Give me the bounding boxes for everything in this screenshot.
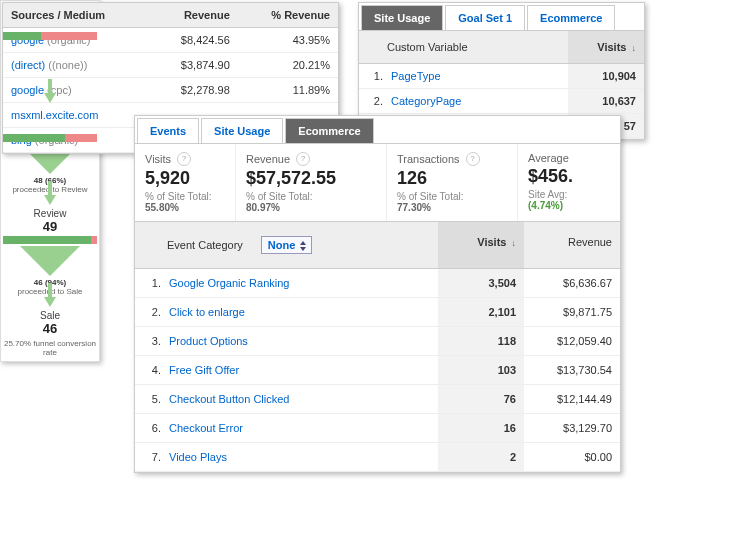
revenue-label: Revenue: [246, 153, 290, 165]
help-icon[interactable]: ?: [296, 152, 310, 166]
revenue-cell: $8,424.56: [151, 28, 238, 53]
tab-goal-set-1[interactable]: Goal Set 1: [445, 5, 525, 30]
visits-cell: 103: [438, 356, 524, 384]
visits-cell: 2,101: [438, 298, 524, 326]
pct-cell: 43.95%: [238, 28, 338, 53]
funnel-stage: Sale46: [1, 307, 99, 336]
avg-sub1: Site Avg:: [528, 189, 567, 200]
table-row: 5.Checkout Button Clicked76$12,144.49: [135, 385, 620, 414]
cvar-tabs: Site Usage Goal Set 1 Ecommerce: [359, 3, 644, 30]
table-row: (direct) ((none))$3,874.9020.21%: [3, 53, 338, 78]
trans-label: Transactions: [397, 153, 460, 165]
visits-sub1: % of Site Total:: [145, 191, 212, 202]
event-category-link[interactable]: Video Plays: [169, 451, 227, 463]
table-row: 4.Free Gift Offer103$13,730.54: [135, 356, 620, 385]
secondary-dimension-dropdown[interactable]: None: [261, 236, 313, 254]
col-pct-revenue[interactable]: % Revenue: [238, 3, 338, 28]
visits-cell: 118: [438, 327, 524, 355]
avg-label: Average: [528, 152, 569, 164]
visits-cell: 10,904: [568, 64, 644, 88]
revenue-cell: $6,636.67: [524, 269, 620, 297]
revenue-cell: $9,871.75: [524, 298, 620, 326]
revenue-cell: $12,144.49: [524, 385, 620, 413]
sources-header-row: Sources / Medium Revenue % Revenue: [3, 3, 338, 28]
avg-value: $456.: [528, 166, 610, 187]
ecom-tabs: Events Site Usage Ecommerce: [135, 116, 620, 143]
arrow-down-icon: [44, 195, 56, 205]
tab-site-usage[interactable]: Site Usage: [361, 5, 443, 30]
row-index: 5.: [135, 385, 165, 413]
event-category-header: Event Category None Visits ↓ Revenue: [135, 222, 620, 269]
custom-variable-link[interactable]: PageType: [391, 70, 441, 82]
row-index: 1.: [359, 64, 387, 88]
source-link[interactable]: msxml.excite.com: [11, 109, 98, 121]
col-visits[interactable]: Visits ↓: [568, 31, 644, 63]
tab-site-usage-2[interactable]: Site Usage: [201, 118, 283, 143]
visits-label: Visits: [145, 153, 171, 165]
col-custom-variable[interactable]: Custom Variable: [359, 31, 568, 63]
avg-sub2: (4.74%): [528, 200, 563, 211]
table-row: 1.Google Organic Ranking3,504$6,636.67: [135, 269, 620, 298]
table-row: 3.Product Options118$12,059.40: [135, 327, 620, 356]
help-icon[interactable]: ?: [466, 152, 480, 166]
summary-revenue: Revenue? $57,572.55 % of Site Total:80.9…: [236, 144, 387, 221]
stage-label: Sale: [1, 310, 99, 321]
pct-cell: 11.89%: [238, 78, 338, 103]
event-category-link[interactable]: Checkout Button Clicked: [169, 393, 289, 405]
col-revenue-2[interactable]: Revenue: [524, 222, 620, 268]
event-category-link[interactable]: Product Options: [169, 335, 248, 347]
table-row: 6.Checkout Error16$3,129.70: [135, 414, 620, 443]
visits-cell: 2: [438, 443, 524, 471]
revenue-cell: $3,129.70: [524, 414, 620, 442]
summary-visits: Visits? 5,920 % of Site Total:55.80%: [135, 144, 236, 221]
trans-sub2: 77.30%: [397, 202, 431, 213]
row-index: 1.: [135, 269, 165, 297]
source-link[interactable]: (direct): [11, 59, 45, 71]
visits-cell: 76: [438, 385, 524, 413]
table-row: 1.PageType10,904: [359, 64, 644, 89]
funnel-bar: [3, 134, 97, 142]
revenue-value: $57,572.55: [246, 168, 376, 189]
event-category-link[interactable]: Checkout Error: [169, 422, 243, 434]
pct-cell: 20.21%: [238, 53, 338, 78]
table-row: 2.CategoryPage10,637: [359, 89, 644, 114]
event-category-link[interactable]: Google Organic Ranking: [169, 277, 289, 289]
col-visits-2[interactable]: Visits ↓: [438, 222, 524, 268]
funnel-bar: [3, 32, 97, 40]
sort-arrow-icon: ↓: [632, 43, 637, 53]
funnel-bar: [3, 236, 97, 244]
funnel-stage: Review49: [1, 205, 99, 234]
stage-count: 49: [1, 219, 99, 234]
event-category-link[interactable]: Click to enlarge: [169, 306, 245, 318]
summary-average: Average $456. Site Avg:(4.74%): [518, 144, 620, 221]
col-visits-label: Visits: [597, 41, 626, 53]
col-revenue[interactable]: Revenue: [151, 3, 238, 28]
col-event-category[interactable]: Event Category: [167, 239, 243, 251]
tab-ecommerce[interactable]: Ecommerce: [527, 5, 615, 30]
table-row: 2.Click to enlarge2,101$9,871.75: [135, 298, 620, 327]
help-icon[interactable]: ?: [177, 152, 191, 166]
custom-variable-link[interactable]: CategoryPage: [391, 95, 461, 107]
col-visits-2-label: Visits: [477, 236, 506, 248]
visits-cell: 3,504: [438, 269, 524, 297]
ecommerce-panel: Events Site Usage Ecommerce Visits? 5,92…: [134, 115, 621, 473]
sort-arrow-icon: ↓: [512, 238, 517, 248]
event-category-link[interactable]: Free Gift Offer: [169, 364, 239, 376]
visits-value: 5,920: [145, 168, 225, 189]
tab-ecommerce-2[interactable]: Ecommerce: [285, 118, 373, 143]
dropoff-segment: [91, 236, 97, 244]
summary-transactions: Transactions? 126 % of Site Total:77.30%: [387, 144, 518, 221]
row-index: 2.: [135, 298, 165, 326]
stage-label: Review: [1, 208, 99, 219]
dropoff-segment: [41, 32, 97, 40]
medium-label: ((none)): [48, 59, 87, 71]
visits-cell: 10,637: [568, 89, 644, 113]
revenue-cell: $0.00: [524, 443, 620, 471]
cvar-header: Custom Variable Visits ↓: [359, 30, 644, 64]
col-sources[interactable]: Sources / Medium: [3, 3, 151, 28]
trans-value: 126: [397, 168, 507, 189]
source-link[interactable]: google: [11, 84, 44, 96]
row-index: 3.: [135, 327, 165, 355]
tab-events[interactable]: Events: [137, 118, 199, 143]
visits-cell: 16: [438, 414, 524, 442]
